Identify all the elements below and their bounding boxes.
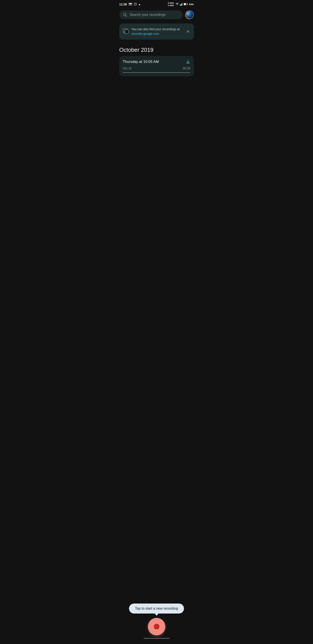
search-bar[interactable]: Search your recordings [119, 10, 183, 19]
svg-rect-8 [184, 3, 186, 5]
status-left: 11:00 ● [119, 2, 141, 6]
recording-duration: 00:30 [183, 66, 190, 70]
battery-icon [184, 3, 188, 6]
svg-rect-6 [182, 3, 183, 6]
recording-title: Thursday at 10:05 AM [123, 60, 159, 64]
info-banner-text: You can also find your recordings at rec… [131, 27, 183, 36]
wifi-icon [175, 2, 179, 6]
waveform-progress [123, 72, 190, 73]
search-icon [123, 12, 127, 17]
avatar[interactable] [185, 10, 194, 19]
home-indicator [143, 638, 170, 639]
recording-date: Oct 31 [123, 66, 132, 70]
svg-rect-14 [125, 30, 128, 34]
info-banner: You can also find your recordings at rec… [119, 24, 194, 40]
close-icon[interactable]: ✕ [185, 28, 190, 35]
signal-icon [180, 2, 183, 6]
search-placeholder: Search your recordings [130, 13, 166, 17]
tooltip-bubble: Tap to start a new recording [129, 604, 184, 614]
section-header: October 2019 [116, 41, 197, 56]
svg-rect-5 [182, 4, 182, 6]
search-container: Search your recordings [116, 8, 197, 22]
svg-rect-4 [181, 4, 181, 6]
record-dot-icon [154, 624, 159, 630]
bottom-area: Tap to start a new recording [116, 604, 197, 644]
status-right: D:0KB U:0KB 54 [168, 2, 194, 7]
status-bar: 11:00 ● D:0KB U:0KB [116, 0, 197, 8]
gmail-icon [129, 2, 132, 6]
dot-indicator: ● [139, 3, 140, 6]
tooltip-text: Tap to start a new recording [135, 606, 178, 610]
recording-header: Thursday at 10:05 AM [123, 60, 190, 65]
battery-percent: 54% [189, 3, 194, 6]
record-button[interactable] [148, 618, 165, 635]
info-banner-link[interactable]: recorder.google.com [131, 32, 159, 36]
avatar-image [186, 11, 193, 19]
recording-meta: Oct 31 00:30 [123, 66, 190, 70]
monitor-icon [123, 28, 129, 35]
svg-point-2 [177, 5, 178, 5]
data-usage: D:0KB U:0KB [168, 2, 174, 7]
download-icon[interactable] [186, 60, 190, 65]
waveform-bar [123, 72, 190, 73]
do-not-disturb-icon [134, 2, 137, 6]
svg-rect-9 [187, 4, 188, 4]
recording-card[interactable]: Thursday at 10:05 AM Oct 31 00:30 [119, 56, 194, 76]
svg-line-11 [126, 16, 127, 17]
svg-rect-3 [180, 4, 180, 6]
status-time: 11:00 [119, 2, 127, 6]
